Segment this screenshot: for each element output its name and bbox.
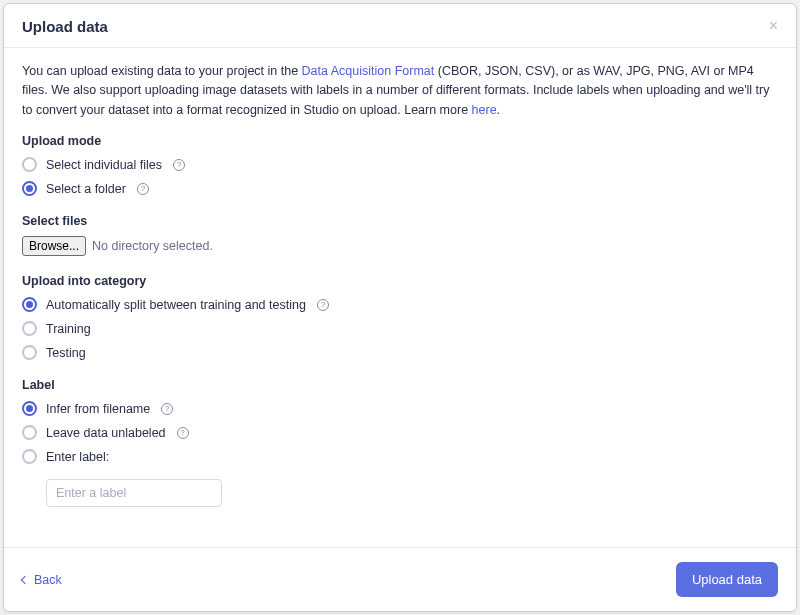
upload-mode-folder[interactable]: Select a folder ? bbox=[22, 181, 778, 196]
radio-icon bbox=[22, 181, 37, 196]
browse-button[interactable]: Browse... bbox=[22, 236, 86, 256]
radio-label: Enter label: bbox=[46, 450, 109, 464]
browse-row: Browse... No directory selected. bbox=[22, 236, 778, 256]
help-icon[interactable]: ? bbox=[161, 403, 173, 415]
radio-label: Infer from filename bbox=[46, 402, 150, 416]
upload-mode-individual[interactable]: Select individual files ? bbox=[22, 157, 778, 172]
intro-text: You can upload existing data to your pro… bbox=[22, 62, 778, 120]
radio-icon bbox=[22, 401, 37, 416]
radio-label: Automatically split between training and… bbox=[46, 298, 306, 312]
radio-label: Testing bbox=[46, 346, 86, 360]
data-acquisition-format-link[interactable]: Data Acquisition Format bbox=[302, 64, 435, 78]
radio-icon bbox=[22, 449, 37, 464]
back-button[interactable]: Back bbox=[22, 573, 62, 587]
radio-icon bbox=[22, 345, 37, 360]
upload-data-button[interactable]: Upload data bbox=[676, 562, 778, 597]
label-enter-label[interactable]: Enter label: bbox=[22, 449, 778, 464]
radio-label: Training bbox=[46, 322, 91, 336]
category-testing[interactable]: Testing bbox=[22, 345, 778, 360]
radio-label: Select a folder bbox=[46, 182, 126, 196]
radio-icon bbox=[22, 297, 37, 312]
radio-icon bbox=[22, 321, 37, 336]
close-button[interactable]: × bbox=[769, 18, 778, 34]
radio-icon bbox=[22, 425, 37, 440]
category-heading: Upload into category bbox=[22, 274, 778, 288]
modal-header: Upload data × bbox=[4, 4, 796, 48]
radio-label: Select individual files bbox=[46, 158, 162, 172]
back-label: Back bbox=[34, 573, 62, 587]
label-leave-unlabeled[interactable]: Leave data unlabeled ? bbox=[22, 425, 778, 440]
category-training[interactable]: Training bbox=[22, 321, 778, 336]
learn-more-link[interactable]: here bbox=[472, 103, 497, 117]
radio-label: Leave data unlabeled bbox=[46, 426, 166, 440]
upload-data-modal: Upload data × You can upload existing da… bbox=[3, 3, 797, 612]
modal-body: You can upload existing data to your pro… bbox=[4, 48, 796, 547]
help-icon[interactable]: ? bbox=[177, 427, 189, 439]
intro-post: . bbox=[497, 103, 500, 117]
select-files-heading: Select files bbox=[22, 214, 778, 228]
intro-pre: You can upload existing data to your pro… bbox=[22, 64, 302, 78]
modal-footer: Back Upload data bbox=[4, 547, 796, 611]
label-input[interactable] bbox=[46, 479, 222, 507]
upload-mode-heading: Upload mode bbox=[22, 134, 778, 148]
label-heading: Label bbox=[22, 378, 778, 392]
modal-title: Upload data bbox=[22, 18, 108, 35]
label-infer-filename[interactable]: Infer from filename ? bbox=[22, 401, 778, 416]
close-icon: × bbox=[769, 17, 778, 34]
help-icon[interactable]: ? bbox=[137, 183, 149, 195]
chevron-left-icon bbox=[21, 575, 29, 583]
help-icon[interactable]: ? bbox=[173, 159, 185, 171]
browse-status: No directory selected. bbox=[92, 239, 213, 253]
category-auto-split[interactable]: Automatically split between training and… bbox=[22, 297, 778, 312]
help-icon[interactable]: ? bbox=[317, 299, 329, 311]
radio-icon bbox=[22, 157, 37, 172]
